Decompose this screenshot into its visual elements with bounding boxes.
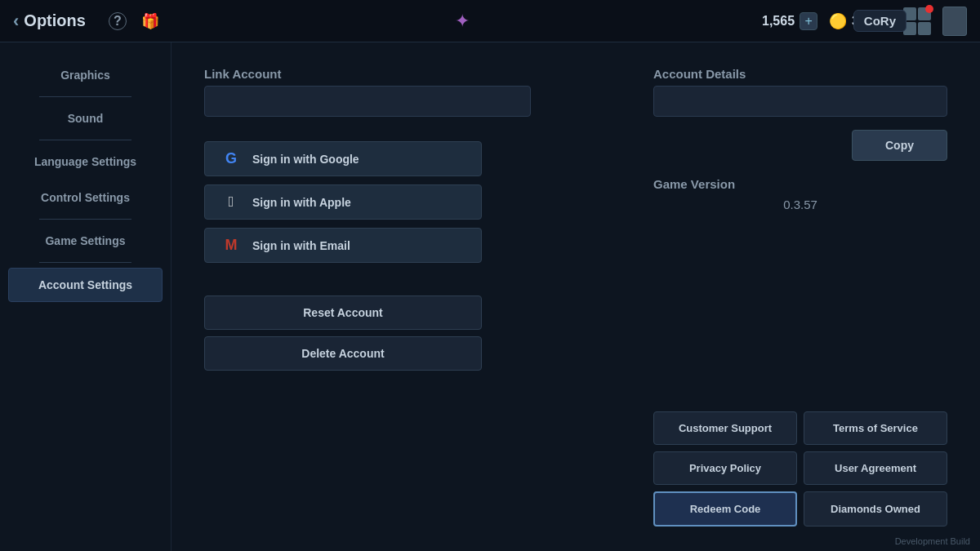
gift-icon[interactable]: 🎁	[138, 9, 163, 33]
topbar: ‹ Options ? 🎁 ✦ 1,565 + 🟡 38,099	[0, 0, 980, 42]
sidebar-divider-3	[39, 219, 131, 220]
back-arrow-icon: ‹	[13, 11, 19, 32]
compass-icon: ✦	[455, 11, 470, 32]
game-version-title: Game Version	[653, 177, 947, 191]
link-account-title: Link Account	[204, 67, 604, 81]
topbar-icons: ? 🎁	[105, 9, 163, 33]
dev-build-label: Development Build	[895, 536, 970, 546]
sidebar-item-game[interactable]: Game Settings	[8, 224, 163, 257]
topbar-center: ✦	[163, 11, 762, 32]
action-buttons: Reset Account Delete Account	[204, 295, 604, 371]
sidebar-item-graphics[interactable]: Graphics	[8, 59, 163, 91]
signin-apple-button[interactable]:  Sign in with Apple	[204, 184, 482, 220]
apple-icon: 	[221, 193, 241, 211]
email-icon: M	[221, 237, 241, 254]
customer-support-button[interactable]: Customer Support	[653, 411, 797, 445]
currency1-value: 1,565	[762, 14, 795, 29]
game-version-section: Game Version 0.3.57	[653, 177, 947, 211]
account-details-section: Account Details	[653, 67, 947, 117]
notification-dot	[925, 5, 933, 13]
right-panel: Account Details Copy Game Version 0.3.57…	[653, 67, 947, 527]
menu-grid-icon[interactable]	[903, 7, 931, 35]
account-details-input[interactable]	[653, 86, 947, 117]
redeem-code-button[interactable]: Redeem Code	[653, 491, 797, 527]
signin-email-label: Sign in with Email	[252, 239, 350, 252]
page-title: Options	[24, 11, 86, 30]
left-panel: Link Account G Sign in with Google  Sig…	[204, 67, 604, 527]
signin-google-button[interactable]: G Sign in with Google	[204, 141, 482, 176]
grid-buttons: Customer Support Terms of Service Privac…	[653, 411, 947, 527]
book-icon[interactable]	[942, 7, 967, 36]
google-icon: G	[221, 150, 241, 167]
user-agreement-button[interactable]: User Agreement	[804, 451, 947, 485]
user-name: CoRy	[864, 14, 896, 28]
grid-cell-4	[918, 22, 931, 35]
privacy-policy-button[interactable]: Privacy Policy	[653, 451, 797, 485]
currency1-plus-button[interactable]: +	[800, 12, 817, 30]
help-icon[interactable]: ?	[105, 9, 130, 33]
sidebar-divider-2	[39, 140, 131, 140]
version-value: 0.3.57	[653, 198, 947, 211]
reset-account-button[interactable]: Reset Account	[204, 295, 482, 330]
currency2-icon: 🟡	[829, 12, 847, 30]
signin-google-label: Sign in with Google	[252, 153, 359, 166]
signin-apple-label: Sign in with Apple	[252, 196, 351, 209]
sidebar-item-control[interactable]: Control Settings	[8, 181, 163, 214]
sidebar-item-language[interactable]: Language Settings	[8, 145, 163, 178]
currency1-group: 1,565 +	[762, 12, 817, 30]
content-area: Link Account G Sign in with Google  Sig…	[172, 42, 980, 551]
sidebar-divider-1	[39, 96, 131, 97]
delete-account-button[interactable]: Delete Account	[204, 336, 482, 371]
copy-button[interactable]: Copy	[852, 130, 947, 161]
topbar-left: ‹ Options ? 🎁	[13, 9, 163, 33]
user-badge: CoRy	[853, 10, 906, 32]
sidebar-divider-4	[39, 262, 131, 263]
link-account-section: Link Account	[204, 67, 604, 117]
diamonds-owned-button[interactable]: Diamonds Owned	[804, 491, 947, 527]
signin-buttons: G Sign in with Google  Sign in with App…	[204, 141, 604, 263]
terms-of-service-button[interactable]: Terms of Service	[804, 411, 947, 445]
link-account-input[interactable]	[204, 86, 531, 117]
sidebar-item-account[interactable]: Account Settings	[8, 268, 163, 302]
account-details-title: Account Details	[653, 67, 947, 81]
signin-email-button[interactable]: M Sign in with Email	[204, 228, 482, 263]
back-button[interactable]: ‹ Options	[13, 11, 86, 32]
main-layout: Graphics Sound Language Settings Control…	[0, 42, 980, 551]
sidebar-item-sound[interactable]: Sound	[8, 102, 163, 135]
sidebar: Graphics Sound Language Settings Control…	[0, 42, 172, 551]
